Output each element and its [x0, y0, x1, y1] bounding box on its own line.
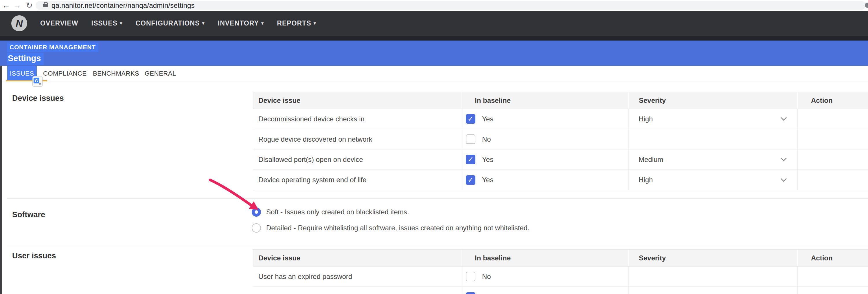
column-header-action: Action	[797, 250, 868, 266]
section-divider	[7, 198, 868, 199]
issue-label: Rogue device discovered on network	[258, 135, 372, 143]
baseline-label: No	[482, 272, 491, 281]
column-header-action: Action	[797, 92, 868, 109]
section-heading-device-issues: Device issues	[12, 94, 64, 103]
page-title: Settings	[7, 53, 44, 65]
nav-item-label: ISSUES	[91, 20, 118, 27]
column-header-in-baseline: In baseline	[461, 92, 628, 109]
severity-cell: High	[628, 109, 797, 129]
severity-select[interactable]	[639, 287, 797, 294]
severity-select[interactable]: High	[639, 170, 797, 190]
nav-item-issues[interactable]: ISSUES ▾	[91, 20, 123, 27]
severity-cell	[628, 266, 797, 287]
browser-back-button[interactable]: ←	[1, 0, 11, 11]
tab-general[interactable]: GENERAL	[145, 66, 176, 81]
baseline-checkbox[interactable]: ✓	[466, 292, 475, 294]
option-label: Soft - Issues only created on blackliste…	[266, 208, 409, 216]
nav-item-overview[interactable]: OVERVIEW ▾	[40, 20, 79, 27]
baseline-cell: ✓ Yes	[461, 170, 628, 190]
browser-forward-button[interactable]: →	[11, 0, 23, 11]
severity-select[interactable]: Medium	[639, 149, 797, 170]
nav-item-reports[interactable]: REPORTS ▾	[277, 20, 316, 27]
column-header-severity: Severity	[628, 92, 797, 109]
severity-value: High	[639, 176, 653, 184]
tab-compliance[interactable]: COMPLIANCE	[43, 66, 87, 81]
severity-cell	[628, 287, 797, 294]
window-left-edge	[0, 66, 2, 294]
browser-toolbar: ← → ↻ qa.nanitor.net/container/nanqa/adm…	[0, 0, 868, 11]
severity-select[interactable]: High	[639, 109, 797, 129]
severity-cell: High	[628, 170, 797, 190]
issue-cell: User has a non-expiring password	[253, 287, 461, 294]
issue-cell: User has an expired password	[253, 266, 461, 287]
device-issues-table: Device issue In baseline Severity Action…	[253, 92, 868, 190]
nav-item-inventory[interactable]: INVENTORY ▾	[218, 20, 264, 27]
section-heading-software: Software	[12, 210, 45, 219]
nav-item-label: OVERVIEW	[40, 20, 79, 27]
software-mode-option[interactable]: Detailed - Require whitelisting all soft…	[252, 220, 529, 236]
issue-cell: Rogue device discovered on network	[253, 129, 461, 149]
nav-item-label: REPORTS	[277, 20, 311, 27]
column-header-device-issue: Device issue	[253, 250, 461, 266]
issue-label: Disallowed port(s) open on device	[258, 155, 363, 164]
app-logo-icon[interactable]: N	[11, 16, 27, 31]
baseline-cell: ✓ No	[461, 129, 628, 149]
baseline-cell: ✓ Yes	[461, 287, 628, 294]
address-bar[interactable]: qa.nanitor.net/container/nanqa/admin/set…	[36, 1, 866, 10]
baseline-checkbox[interactable]: ✓	[466, 135, 475, 144]
table-header-row: Device issue In baseline Severity Action	[253, 92, 868, 109]
table-row: Rogue device discovered on network ✓ No	[253, 129, 868, 149]
tab-benchmarks[interactable]: BENCHMARKS	[93, 66, 139, 81]
column-header-device-issue: Device issue	[253, 92, 461, 109]
caret-down-icon: ▾	[314, 20, 316, 26]
baseline-label: Yes	[482, 155, 493, 164]
chevron-down-icon	[781, 155, 787, 161]
checkmark-icon: ✓	[468, 156, 474, 163]
baseline-cell: ✓ Yes	[461, 149, 628, 170]
action-cell	[797, 287, 868, 294]
caret-down-icon: ▾	[261, 20, 264, 26]
settings-content: Device issues Device issue In baseline S…	[0, 81, 868, 294]
checkmark-icon: ✓	[468, 176, 474, 184]
lock-icon	[43, 4, 48, 7]
tab-bar: ISSUES COMPLIANCE BENCHMARKS GENERAL	[0, 66, 868, 81]
google-translate-icon[interactable]: G ★	[32, 76, 42, 86]
table-header-row: Device issue In baseline Severity Action	[253, 250, 868, 266]
breadcrumb: CONTAINER MANAGEMENT	[7, 42, 98, 52]
radio-button[interactable]	[252, 207, 261, 217]
issue-label: User has an expired password	[258, 272, 352, 281]
software-mode-option[interactable]: Soft - Issues only created on blackliste…	[252, 204, 529, 220]
radio-button[interactable]	[252, 223, 261, 233]
url-text: qa.nanitor.net/container/nanqa/admin/set…	[52, 1, 195, 9]
baseline-cell: ✓ No	[461, 266, 628, 287]
browser-reload-button[interactable]: ↻	[24, 0, 35, 11]
baseline-checkbox[interactable]: ✓	[466, 272, 475, 281]
toolbar-partial-icon	[865, 3, 868, 8]
nav-item-label: CONFIGURATIONS	[135, 20, 199, 27]
table-row: Device operating system end of life ✓ Ye…	[253, 170, 868, 190]
caret-down-icon: ▾	[202, 20, 205, 26]
baseline-checkbox[interactable]: ✓	[466, 175, 475, 185]
column-header-severity: Severity	[628, 250, 797, 266]
issue-cell: Device operating system end of life	[253, 170, 461, 190]
section-heading-user-issues: User issues	[12, 252, 56, 260]
option-label: Detailed - Require whitelisting all soft…	[266, 224, 529, 232]
severity-select[interactable]	[639, 266, 797, 287]
user-issues-table: Device issue In baseline Severity Action…	[253, 249, 868, 294]
table-row: Disallowed port(s) open on device ✓ Yes …	[253, 149, 868, 170]
table-row: User has a non-expiring password ✓ Yes	[253, 287, 868, 294]
severity-cell	[628, 129, 797, 149]
baseline-label: Yes	[482, 293, 493, 294]
nav-item-configurations[interactable]: CONFIGURATIONS ▾	[135, 20, 205, 27]
action-cell	[797, 170, 868, 190]
severity-select[interactable]	[639, 129, 797, 149]
column-header-in-baseline: In baseline	[461, 250, 628, 266]
issue-cell: Disallowed port(s) open on device	[253, 149, 461, 170]
translate-star-icon: ★	[38, 81, 42, 86]
baseline-checkbox[interactable]: ✓	[466, 155, 475, 164]
checkmark-icon: ✓	[468, 115, 474, 122]
baseline-checkbox[interactable]: ✓	[466, 114, 475, 124]
action-cell	[797, 266, 868, 287]
baseline-label: No	[482, 135, 491, 143]
chevron-down-icon	[781, 115, 787, 121]
